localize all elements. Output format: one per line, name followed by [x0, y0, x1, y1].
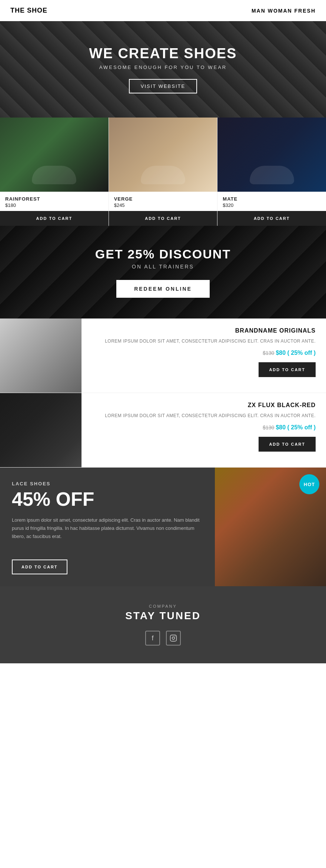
add-to-cart-zxflux[interactable]: ADD TO CART — [259, 437, 316, 452]
instagram-icon[interactable] — [166, 631, 181, 646]
product-card-verge: VERGE $245 ADD TO CART — [109, 118, 218, 226]
price-new-brandname: $80 ( 25% off ) — [276, 350, 316, 356]
add-to-cart-lace[interactable]: ADD TO CART — [12, 560, 67, 574]
visit-website-button[interactable]: VISIT WEBSITE — [129, 79, 197, 93]
footer-company: COMPANY — [7, 604, 319, 608]
discount-subtitle: ON ALL TRAINERS — [132, 264, 194, 270]
social-icons: f — [7, 631, 319, 646]
product-card-mate: MATE $320 ADD TO CART — [217, 118, 326, 226]
featured-name-zxflux: ZX FLUX BLACK-RED — [248, 402, 316, 409]
lace-description: Lorem ipsum dolor sit amet, consectetur … — [12, 516, 203, 549]
add-to-cart-brandname[interactable]: ADD TO CART — [259, 362, 316, 377]
product-price-mate: $320 — [223, 202, 321, 208]
svg-rect-0 — [170, 635, 177, 641]
facebook-icon[interactable]: f — [145, 631, 160, 646]
product-price-verge: $245 — [114, 202, 212, 208]
hero-banner: WE CREATE SHOES AWESOME ENOUGH FOR YOU T… — [0, 21, 326, 118]
lace-promo-left: LACE SHOES 45% OFF Lorem ipsum dolor sit… — [0, 468, 215, 586]
featured-content-brandname: BRANDNAME ORIGINALS LOREM IPSUM DOLOR SI… — [82, 319, 326, 393]
lace-tag: LACE SHOES — [12, 481, 203, 486]
featured-section: BRANDNAME ORIGINALS LOREM IPSUM DOLOR SI… — [0, 319, 326, 468]
lace-promo-right: HOT — [215, 468, 326, 586]
featured-thumb-brandname — [0, 319, 82, 393]
product-grid: RAINFOREST $180 ADD TO CART VERGE $245 A… — [0, 118, 326, 226]
site-logo[interactable]: THE SHOE — [10, 7, 47, 14]
product-image-verge — [109, 118, 217, 192]
discount-banner: GET 25% DISCOUNT ON ALL TRAINERS REDEEM … — [0, 226, 326, 319]
product-name-rainforest: RAINFOREST — [5, 196, 103, 202]
hero-title: WE CREATE SHOES — [89, 46, 237, 62]
featured-content-zxflux: ZX FLUX BLACK-RED LOREM IPSUM DOLOR SIT … — [82, 393, 326, 467]
product-name-verge: VERGE — [114, 196, 212, 202]
lace-promo-section: LACE SHOES 45% OFF Lorem ipsum dolor sit… — [0, 468, 326, 586]
featured-name-brandname: BRANDNAME ORIGINALS — [235, 327, 316, 334]
featured-thumb-zxflux — [0, 393, 82, 467]
hot-badge: HOT — [299, 474, 319, 494]
featured-desc-zxflux: LOREM IPSUM DOLOR SIT AMET, CONSECTETUR … — [105, 412, 316, 419]
footer-tagline: STAY TUNED — [7, 610, 319, 622]
add-to-cart-verge[interactable]: ADD TO CART — [109, 211, 217, 226]
redeem-button[interactable]: REDEEM ONLINE — [116, 280, 210, 298]
featured-image-brandname — [0, 319, 82, 393]
product-info-rainforest: RAINFOREST $180 — [0, 192, 109, 211]
product-image-rainforest — [0, 118, 109, 192]
svg-point-2 — [175, 636, 176, 637]
discount-title: GET 25% DISCOUNT — [95, 247, 231, 261]
price-old-brandname: $130 — [263, 350, 274, 356]
price-old-zxflux: $130 — [263, 425, 274, 430]
hero-subtitle: AWESOME ENOUGH FOR YOU TO WEAR — [99, 65, 227, 70]
featured-image-zxflux — [0, 393, 82, 467]
featured-pricing-brandname: $130$80 ( 25% off ) — [263, 350, 316, 356]
lace-discount: 45% OFF — [12, 489, 203, 509]
product-card-rainforest: RAINFOREST $180 ADD TO CART — [0, 118, 109, 226]
product-price-rainforest: $180 — [5, 202, 103, 208]
featured-item-brandname: BRANDNAME ORIGINALS LOREM IPSUM DOLOR SI… — [0, 319, 326, 393]
product-image-mate — [217, 118, 326, 192]
featured-item-zxflux: ZX FLUX BLACK-RED LOREM IPSUM DOLOR SIT … — [0, 393, 326, 468]
featured-pricing-zxflux: $130$80 ( 25% off ) — [263, 424, 316, 431]
svg-point-1 — [172, 637, 175, 640]
add-to-cart-mate[interactable]: ADD TO CART — [217, 211, 326, 226]
add-to-cart-rainforest[interactable]: ADD TO CART — [0, 211, 109, 226]
site-footer: COMPANY STAY TUNED f — [0, 586, 326, 663]
product-name-mate: MATE — [223, 196, 321, 202]
main-nav[interactable]: MAN WOMAN FRESH — [252, 8, 316, 14]
site-header: THE SHOE MAN WOMAN FRESH — [0, 0, 326, 21]
product-info-mate: MATE $320 — [217, 192, 326, 211]
product-info-verge: VERGE $245 — [109, 192, 217, 211]
price-new-zxflux: $80 ( 25% off ) — [276, 424, 316, 430]
featured-desc-brandname: LOREM IPSUM DOLOR SIT AMET, CONSECTETUR … — [105, 338, 316, 344]
